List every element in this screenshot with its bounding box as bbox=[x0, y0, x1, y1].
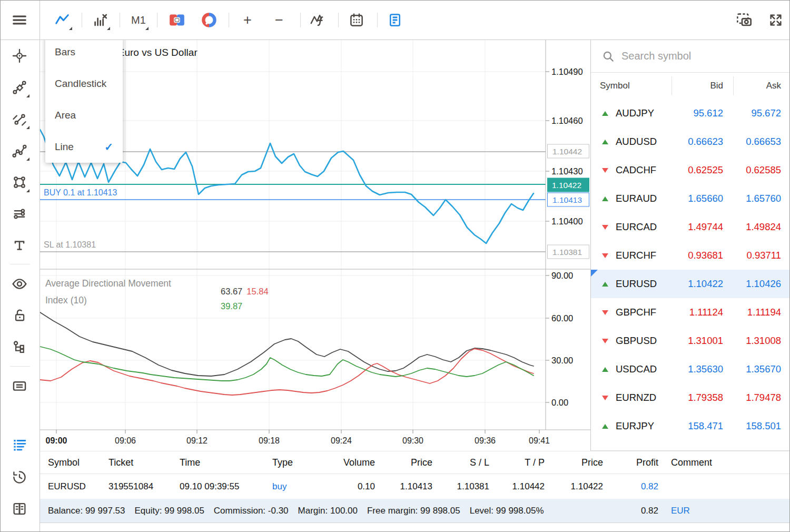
history-tab-button[interactable] bbox=[8, 466, 31, 489]
ask-price: 158.501 bbox=[723, 420, 781, 432]
printer-icon bbox=[11, 377, 28, 394]
column-header-symbol[interactable]: Symbol bbox=[591, 81, 660, 91]
ask-price: 0.93711 bbox=[723, 250, 781, 261]
market-watch-row[interactable]: AUDJPY 95.612 95.672 bbox=[591, 99, 790, 127]
total-profit: 0.82 bbox=[603, 506, 658, 516]
position-symbol: EURUSD bbox=[48, 481, 108, 492]
market-watch-row[interactable]: EURCAD 1.49744 1.49824 bbox=[591, 213, 790, 241]
fullscreen-button[interactable] bbox=[764, 8, 787, 32]
header-price[interactable]: Price bbox=[375, 457, 432, 468]
account-currency[interactable]: EUR bbox=[671, 506, 690, 516]
market-watch-row[interactable]: EURNZD 1.79358 1.79478 bbox=[591, 383, 790, 412]
search-input[interactable] bbox=[621, 50, 769, 62]
price-axis-label: 1.10400 bbox=[551, 214, 583, 229]
account-metric: Equity: 99 998.05 bbox=[135, 506, 204, 516]
indicators-button[interactable] bbox=[305, 8, 329, 32]
document-lines-icon bbox=[387, 12, 403, 28]
indicator-axis-label: 60.00 bbox=[551, 313, 573, 323]
toolbar-divider bbox=[82, 13, 82, 27]
crosshair-tool-button[interactable] bbox=[8, 44, 31, 67]
shapes-tool-button[interactable] bbox=[8, 171, 31, 194]
fibonacci-tool-button[interactable] bbox=[8, 76, 31, 99]
chart-type-menu: Bars Candlestick Area Line ✓ bbox=[45, 36, 123, 163]
trend-arrow-icon bbox=[602, 140, 608, 144]
header-comment[interactable]: Comment bbox=[658, 457, 790, 468]
position-row[interactable]: EURUSD 319551084 09.10 09:39:55 buy 0.10… bbox=[40, 474, 790, 499]
market-watch-row[interactable]: USDCAD 1.35630 1.35670 bbox=[591, 355, 790, 383]
bid-price: 95.612 bbox=[660, 107, 723, 119]
text-tool-button[interactable] bbox=[8, 234, 31, 257]
ask-price: 1.65760 bbox=[723, 193, 781, 204]
indicator-axis-label: 0.00 bbox=[551, 398, 568, 408]
window-layout-button[interactable] bbox=[383, 8, 407, 32]
indicator-axis-label: 90.00 bbox=[551, 271, 573, 281]
toolbar-divider bbox=[300, 13, 301, 27]
calendar-icon bbox=[349, 12, 364, 28]
bid-price: 1.79358 bbox=[660, 392, 723, 403]
position-ticket: 319551084 bbox=[108, 481, 180, 492]
depth-donut-icon bbox=[201, 12, 217, 28]
market-watch-row[interactable]: AUDUSD 0.66623 0.66653 bbox=[591, 127, 790, 156]
position-profit: 0.82 bbox=[603, 481, 658, 492]
text-icon bbox=[12, 238, 27, 253]
zoom-out-button[interactable]: − bbox=[268, 8, 291, 32]
one-click-trading-icon bbox=[169, 13, 185, 27]
market-watch-row[interactable]: EURJPY 158.471 158.501 bbox=[591, 412, 790, 440]
header-ticket[interactable]: Ticket bbox=[108, 457, 180, 468]
chart-type-menu-item[interactable]: Bars bbox=[45, 36, 123, 68]
plus-icon: + bbox=[243, 13, 252, 27]
levels-tool-button[interactable] bbox=[8, 202, 31, 225]
print-button[interactable] bbox=[8, 374, 31, 397]
market-watch-row[interactable]: GBPCHF 1.11124 1.11194 bbox=[591, 298, 790, 327]
symbol-name: CADCHF bbox=[616, 164, 656, 176]
header-time[interactable]: Time bbox=[180, 457, 272, 468]
header-sl[interactable]: S / L bbox=[432, 457, 489, 468]
chart-type-menu-item[interactable]: Candlestick bbox=[45, 68, 123, 100]
main-menu-button[interactable] bbox=[8, 8, 31, 32]
toolbar-divider bbox=[229, 13, 229, 27]
symbol-name: AUDUSD bbox=[616, 136, 657, 147]
bid-price: 1.10422 bbox=[660, 278, 723, 290]
header-type[interactable]: Type bbox=[272, 457, 317, 468]
one-click-trading-button[interactable] bbox=[165, 8, 189, 32]
lock-objects-button[interactable] bbox=[8, 304, 31, 327]
objects-list-button[interactable] bbox=[8, 336, 31, 359]
chart-type-button[interactable] bbox=[51, 8, 74, 32]
market-watch-row[interactable]: EURUSD 1.10422 1.10426 bbox=[591, 270, 790, 298]
market-depth-button[interactable] bbox=[197, 8, 221, 32]
account-summary-items: Balance: 99 997.53Equity: 99 998.05Commi… bbox=[48, 506, 554, 516]
trade-tab-button[interactable] bbox=[8, 433, 31, 456]
top-toolbar: M1 + − bbox=[1, 1, 790, 40]
journal-tab-button[interactable] bbox=[8, 497, 31, 520]
buy-position-label: BUY 0.1 at 1.10413 bbox=[44, 188, 117, 198]
header-current-price[interactable]: Price bbox=[545, 457, 603, 468]
screenshot-button[interactable] bbox=[733, 8, 756, 32]
header-volume[interactable]: Volume bbox=[317, 457, 375, 468]
indicator-function-icon bbox=[309, 12, 325, 28]
position-current-price: 1.10422 bbox=[545, 481, 603, 492]
ask-price: 1.49824 bbox=[723, 221, 781, 233]
header-tp[interactable]: T / P bbox=[489, 457, 545, 468]
ask-price: 0.66653 bbox=[723, 136, 781, 147]
timeframe-label: M1 bbox=[131, 14, 146, 26]
market-watch-row[interactable]: CADCHF 0.62525 0.62585 bbox=[591, 156, 790, 184]
chart-type-menu-item[interactable]: Area bbox=[45, 100, 123, 131]
column-header-ask[interactable]: Ask bbox=[723, 81, 781, 91]
header-profit[interactable]: Profit bbox=[603, 457, 658, 468]
ask-price: 1.11194 bbox=[723, 307, 781, 318]
economic-calendar-button[interactable] bbox=[345, 8, 368, 32]
column-header-bid[interactable]: Bid bbox=[660, 81, 723, 91]
header-symbol[interactable]: Symbol bbox=[48, 457, 108, 468]
object-visibility-button[interactable] bbox=[8, 272, 31, 295]
column-divider bbox=[733, 76, 734, 95]
zoom-in-button[interactable]: + bbox=[236, 8, 259, 32]
market-watch-row[interactable]: GBPUSD 1.31001 1.31008 bbox=[591, 327, 790, 355]
chart-type-menu-item[interactable]: Line ✓ bbox=[45, 131, 123, 163]
market-watch-row[interactable]: EURCHF 0.93681 0.93711 bbox=[591, 241, 790, 270]
indicator-remove-button[interactable] bbox=[88, 8, 112, 32]
market-watch-row[interactable]: EURAUD 1.65660 1.65760 bbox=[591, 184, 790, 213]
trendline-tool-button[interactable] bbox=[8, 107, 31, 131]
timeframe-button[interactable]: M1 bbox=[127, 8, 150, 32]
polyline-tool-button[interactable] bbox=[8, 139, 31, 162]
hamburger-icon bbox=[12, 12, 27, 28]
